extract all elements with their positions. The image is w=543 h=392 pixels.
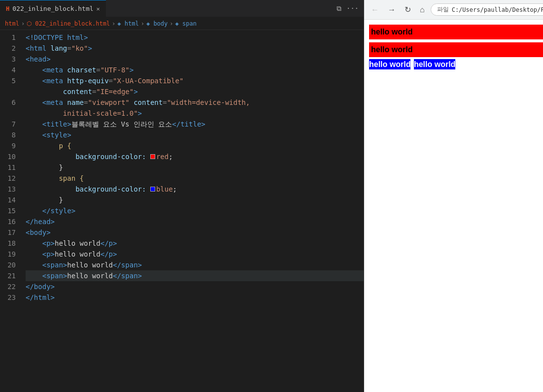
- bc-sep1: ›: [21, 20, 25, 27]
- code-line-17: <body>: [26, 227, 364, 238]
- code-line-7: <title>블록레벨 요소 Vs 인라인 요소</title>: [26, 119, 364, 130]
- tok: name: [67, 97, 84, 108]
- tab-close-icon[interactable]: ✕: [97, 5, 100, 12]
- tok: [26, 238, 42, 249]
- more-actions-icon[interactable]: ···: [346, 4, 359, 12]
- tok: [146, 151, 150, 162]
- tok: hello world: [55, 249, 101, 260]
- preview-p1: hello world: [369, 25, 543, 39]
- tok: <p>: [42, 238, 55, 249]
- tok: [26, 184, 75, 195]
- tok: [26, 249, 42, 260]
- tok: http-equiv: [67, 75, 108, 86]
- tok: >: [88, 43, 92, 54]
- back-button[interactable]: ←: [368, 3, 382, 16]
- tok: "X-UA-Compatible": [113, 75, 183, 86]
- browser-content: hello world hello world hello world hell…: [364, 20, 543, 392]
- tok: >: [138, 108, 142, 119]
- tok: content: [130, 97, 163, 108]
- tok: </body>: [26, 281, 55, 292]
- tok: hello world: [67, 260, 113, 270]
- tok: <body>: [26, 227, 51, 238]
- tok: </head>: [26, 216, 55, 227]
- preview-p2: hello world: [369, 42, 543, 57]
- code-line-23: </html>: [26, 292, 364, 303]
- breadcrumb: html › ⬡ 022_inline_block.html › ◈ html …: [0, 17, 364, 30]
- tok: 블록레벨 요소 Vs 인라인 요소: [71, 119, 172, 130]
- code-line-5b: content="IE=edge">: [26, 86, 364, 97]
- tok: </span>: [113, 270, 142, 281]
- preview-span2: hello world: [414, 59, 455, 69]
- address-bar[interactable]: 파일 C:/Users/paullab/Desktop/FE2/html/: [431, 3, 543, 16]
- reload-button[interactable]: ↻: [402, 3, 414, 16]
- tok: red: [156, 151, 169, 162]
- tok: p {: [59, 140, 71, 151]
- tok: >: [134, 86, 137, 97]
- code-line-15: </style>: [26, 205, 364, 216]
- tok: [26, 173, 59, 184]
- tok: =: [96, 65, 100, 75]
- tok: background-color:: [75, 151, 146, 162]
- tok: <meta: [42, 97, 68, 108]
- tab-bar: H 022_inline_block.html ✕ ⧉ ···: [0, 0, 364, 17]
- editor-toolbar-right: ⧉ ···: [337, 4, 364, 13]
- tok: </title>: [172, 119, 205, 130]
- tok: ;: [169, 151, 172, 162]
- tok: =: [92, 86, 96, 97]
- split-editor-icon[interactable]: ⧉: [337, 4, 341, 13]
- tok: <p>: [42, 249, 55, 260]
- tok: }: [26, 195, 63, 205]
- code-line-12: span {: [26, 173, 364, 184]
- bc-span-tag[interactable]: ◈ span: [175, 20, 197, 27]
- editor-panel: H 022_inline_block.html ✕ ⧉ ··· html › ⬡…: [0, 0, 364, 392]
- bc-sep3: ›: [141, 20, 144, 27]
- tok: =: [109, 75, 113, 86]
- tok: =: [163, 97, 167, 108]
- home-button[interactable]: ⌂: [417, 3, 428, 16]
- code-area[interactable]: <!DOCTYPE html> <html lang="ko"> <head> …: [21, 30, 364, 392]
- tok: </p>: [101, 249, 117, 260]
- bc-file[interactable]: ⬡ 022_inline_block.html: [27, 20, 110, 27]
- code-line-8: <style>: [26, 130, 364, 140]
- tok: [26, 151, 75, 162]
- bc-html[interactable]: html: [5, 20, 19, 27]
- bc-html-tag[interactable]: ◈ html: [117, 20, 138, 27]
- code-line-21: <span>hello world</span>: [26, 270, 364, 281]
- tok: blue: [156, 184, 173, 195]
- tok: charset: [67, 65, 96, 75]
- active-tab[interactable]: H 022_inline_block.html ✕: [0, 0, 106, 17]
- tok: "viewport": [88, 97, 129, 108]
- tok: </span>: [113, 260, 142, 270]
- tok: "width=device-width,: [167, 97, 250, 108]
- tok: "ko": [71, 43, 88, 54]
- tok: <span>: [42, 270, 68, 281]
- bc-body-tag[interactable]: ◈ body: [146, 20, 168, 27]
- tok: </p>: [101, 238, 117, 249]
- tok: <html: [26, 43, 51, 54]
- code-line-1: <!DOCTYPE html>: [26, 32, 364, 43]
- forward-button[interactable]: →: [385, 3, 399, 16]
- tok: lang: [51, 43, 68, 54]
- code-line-20: <span>hello world</span>: [26, 260, 364, 270]
- tok: =: [67, 43, 71, 54]
- code-line-18: <p>hello world</p>: [26, 238, 364, 249]
- tok: [26, 75, 42, 86]
- code-line-9: p {: [26, 140, 364, 151]
- browser-toolbar: ← → ↻ ⌂ 파일 C:/Users/paullab/Desktop/FE2/…: [364, 0, 543, 20]
- code-line-3: <head>: [26, 54, 364, 65]
- tok: [26, 270, 42, 281]
- tok: [26, 260, 42, 270]
- tok: <meta: [42, 75, 68, 86]
- tok: </style>: [42, 205, 75, 216]
- editor-area: 1 2 3 4 5 6 7 8 9 10 11 12 13 14 15 16 1…: [0, 30, 364, 392]
- tok: [26, 65, 42, 75]
- color-swatch-blue: [150, 187, 155, 192]
- tok: [26, 86, 63, 97]
- bc-sep2: ›: [112, 20, 115, 27]
- tok: [26, 108, 63, 119]
- bc-sep4: ›: [170, 20, 173, 27]
- tok: [26, 130, 42, 140]
- code-line-4: <meta charset="UTF-8">: [26, 65, 364, 75]
- tok: span {: [59, 173, 84, 184]
- tab-filename: 022_inline_block.html: [12, 5, 93, 12]
